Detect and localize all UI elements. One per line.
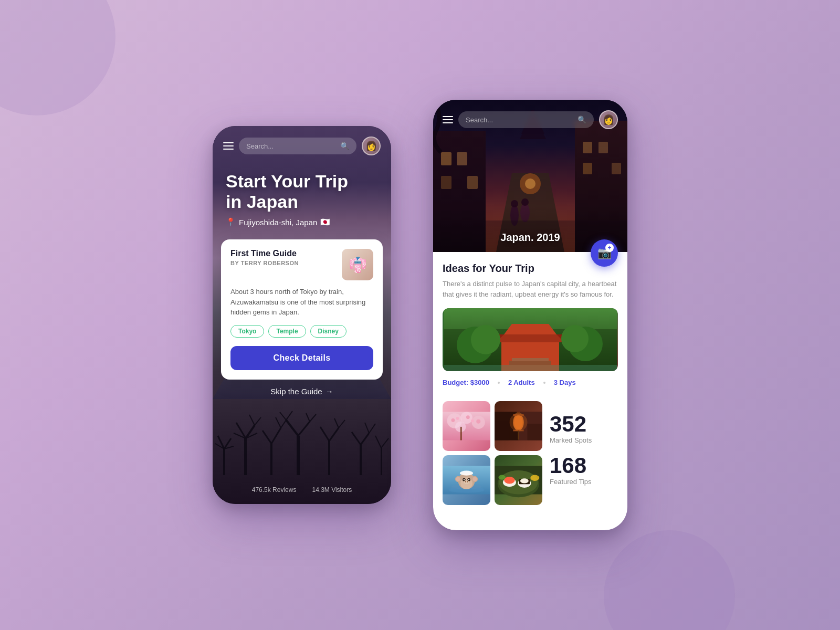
svg-point-110: [468, 479, 469, 480]
tags-row: Tokyo Temple Disney: [230, 325, 373, 338]
svg-point-115: [456, 477, 460, 481]
avatar-2[interactable]: 👩: [599, 110, 618, 129]
svg-line-25: [320, 427, 329, 441]
camera-fab[interactable]: 📷 +: [591, 239, 618, 267]
svg-line-22: [306, 413, 310, 422]
featured-tips-label: Featured Tips: [550, 478, 618, 486]
search-icon-1: 🔍: [340, 142, 349, 150]
svg-line-11: [255, 417, 261, 425]
svg-line-23: [310, 414, 316, 422]
trip-title: Start Your Tripin Japan: [226, 171, 378, 212]
avatar-1[interactable]: 👩: [362, 136, 381, 155]
stat-marked-spots: 352 Marked Spots: [550, 413, 618, 444]
phone2-content: Ideas for Your Trip There's a distinct p…: [433, 252, 627, 516]
svg-rect-77: [444, 365, 617, 371]
marked-spots-label: Marked Spots: [550, 436, 618, 444]
svg-rect-72: [512, 358, 549, 361]
svg-line-28: [339, 420, 345, 428]
svg-point-127: [530, 475, 539, 481]
svg-point-123: [504, 477, 514, 484]
svg-point-98: [509, 414, 527, 432]
tree-decoration: [213, 407, 391, 475]
tag-disney[interactable]: Disney: [310, 325, 346, 338]
svg-line-14: [271, 428, 281, 444]
svg-rect-34: [381, 448, 382, 475]
skip-guide-link[interactable]: Skip the Guide →: [213, 387, 391, 396]
location-text: Fujiyoshida-shi, Japan: [239, 218, 317, 227]
reviews-count: 476.5k Reviews: [252, 486, 297, 494]
svg-line-32: [369, 424, 375, 433]
svg-line-31: [361, 433, 369, 445]
svg-point-85: [466, 416, 470, 419]
guide-card-header: First Time Guide BY TERRY ROBERSON 👘: [230, 249, 373, 280]
guide-card-description: About 3 hours north of Tokyo by train, A…: [230, 287, 373, 318]
hamburger-menu-2[interactable]: [443, 116, 453, 123]
trip-meta: Budget: $3000 2 Adults 3 Days: [443, 379, 618, 386]
svg-point-118: [460, 471, 473, 476]
svg-rect-24: [328, 441, 330, 475]
budget: Budget: $3000: [443, 379, 489, 386]
svg-marker-70: [496, 334, 564, 342]
phones-container: 🔍 👩 Start Your Tripin Japan 📍 Fujiyoshid…: [213, 100, 627, 530]
phone2-header: 🔍 👩: [433, 100, 627, 134]
svg-line-19: [280, 412, 286, 420]
svg-point-76: [561, 325, 589, 352]
photo-cell-cherry: [443, 401, 490, 451]
search-bar-2[interactable]: 🔍: [458, 111, 594, 128]
svg-point-74: [471, 325, 500, 354]
svg-rect-88: [460, 427, 461, 440]
photo-cell-sushi: [495, 455, 542, 505]
guide-card-info: First Time Guide BY TERRY ROBERSON: [230, 249, 299, 266]
svg-line-18: [286, 420, 298, 436]
svg-point-83: [451, 418, 455, 422]
svg-line-13: [262, 430, 271, 444]
svg-line-27: [334, 418, 339, 428]
stat-featured-tips: 168 Featured Tips: [550, 455, 618, 486]
svg-point-111: [464, 480, 469, 484]
search-icon-2: 🔍: [578, 116, 586, 124]
svg-line-35: [375, 436, 381, 448]
svg-point-117: [472, 477, 477, 481]
svg-point-84: [456, 417, 459, 420]
svg-rect-17: [297, 436, 300, 475]
svg-point-113: [467, 481, 468, 482]
phone2-hero: 🔍 👩 Japan. 2019: [433, 100, 627, 252]
guide-card-author: BY TERRY ROBERSON: [230, 260, 299, 266]
svg-point-126: [520, 479, 529, 484]
search-input-1[interactable]: [246, 142, 337, 150]
check-details-button[interactable]: Check Details: [230, 346, 373, 370]
featured-tips-number: 168: [550, 455, 618, 477]
tag-temple[interactable]: Temple: [268, 325, 306, 338]
svg-rect-99: [518, 431, 519, 440]
photo-grid: [443, 401, 542, 505]
svg-point-86: [471, 419, 474, 423]
svg-rect-5: [244, 438, 247, 475]
phone1-footer: 476.5k Reviews 14.3M Visitors: [213, 486, 391, 494]
photo-cell-monkey: [443, 455, 490, 505]
svg-rect-71: [509, 361, 551, 365]
marked-spots-number: 352: [550, 413, 618, 435]
flag-icon: 🇯🇵: [320, 217, 330, 227]
guide-thumbnail: 👘: [342, 249, 373, 280]
adults: 2 Adults: [508, 379, 535, 386]
search-input-2[interactable]: [466, 116, 574, 124]
ideas-title: Ideas for Your Trip: [443, 262, 618, 275]
hamburger-menu[interactable]: [223, 142, 234, 150]
guide-card: First Time Guide BY TERRY ROBERSON 👘 Abo…: [221, 239, 383, 380]
visitors-count: 14.3M Visitors: [312, 486, 352, 494]
svg-line-36: [381, 438, 388, 448]
photo-cell-lantern: [495, 401, 542, 451]
svg-rect-101: [528, 424, 542, 440]
guide-card-title: First Time Guide: [230, 249, 299, 258]
svg-point-87: [476, 419, 480, 424]
phone1-title-area: Start Your Tripin Japan 📍 Fujiyoshida-sh…: [213, 161, 391, 232]
svg-line-20: [286, 411, 292, 420]
tag-tokyo[interactable]: Tokyo: [230, 325, 264, 338]
search-bar-1[interactable]: 🔍: [239, 138, 356, 154]
stats-column: 352 Marked Spots 168 Featured Tips: [550, 413, 618, 486]
svg-line-10: [249, 415, 255, 425]
svg-point-112: [465, 481, 466, 482]
svg-rect-0: [223, 449, 225, 475]
ideas-description: There's a distinct pulse to Japan's capi…: [443, 279, 618, 300]
meta-sep-1: [498, 382, 500, 384]
